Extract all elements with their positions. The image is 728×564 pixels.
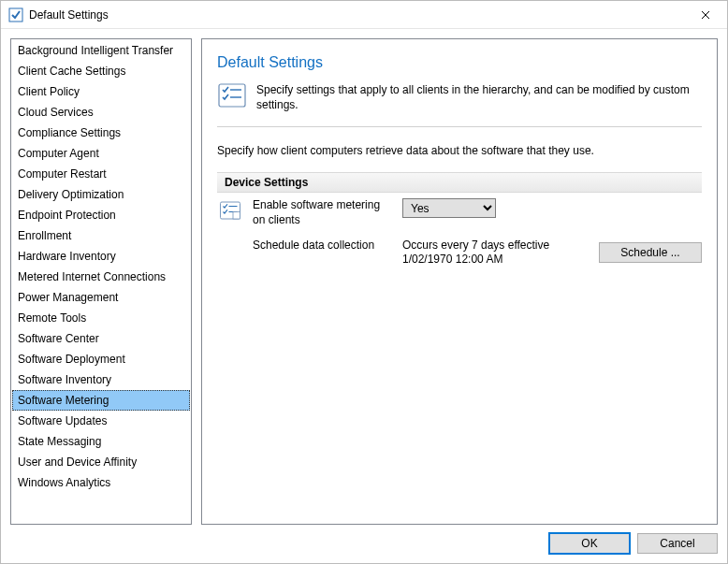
page-title: Default Settings [217,54,702,71]
enable-metering-select[interactable]: YesNo [402,198,496,218]
schedule-value: Occurs every 7 days effective 1/02/1970 … [402,239,586,267]
sidebar-item[interactable]: Compliance Settings [12,123,190,143]
svg-rect-7 [233,212,240,220]
sidebar[interactable]: Background Intelligent TransferClient Ca… [10,38,192,525]
sidebar-item[interactable]: Windows Analytics [12,472,190,493]
close-icon [701,10,710,20]
svg-rect-1 [219,84,245,107]
sidebar-item[interactable]: User and Device Affinity [12,452,190,472]
button-bar: OK Cancel [1,525,727,563]
ok-button[interactable]: OK [549,533,630,554]
sidebar-item[interactable]: Software Center [12,328,190,349]
settings-icon [217,80,247,113]
setting-row-enable-metering: Enable software metering on clients YesN… [217,193,702,233]
sidebar-item[interactable]: Software Metering [12,390,190,411]
sidebar-item[interactable]: State Messaging [12,431,190,452]
section-header: Device Settings [217,172,702,193]
checklist-icon [219,199,241,224]
sidebar-item[interactable]: Endpoint Protection [12,205,190,225]
header-row: Specify settings that apply to all clien… [217,80,702,113]
app-icon [8,7,23,22]
window-title: Default Settings [29,8,684,22]
main-panel: Default Settings Specify settings that a… [201,38,718,525]
sidebar-item[interactable]: Client Policy [12,81,190,102]
sidebar-item[interactable]: Computer Agent [12,143,190,164]
sidebar-item[interactable]: Remote Tools [12,308,190,328]
header-description: Specify settings that apply to all clien… [256,80,702,112]
sidebar-item[interactable]: Metered Internet Connections [12,267,190,287]
sidebar-item[interactable]: Delivery Optimization [12,184,190,205]
section-description: Specify how client computers retrieve da… [217,144,702,157]
body-area: Background Intelligent TransferClient Ca… [1,29,727,525]
sidebar-item[interactable]: Background Intelligent Transfer [12,40,190,61]
sidebar-item[interactable]: Software Deployment [12,349,190,369]
sidebar-item[interactable]: Power Management [12,287,190,308]
settings-grid: Enable software metering on clients YesN… [217,193,702,272]
schedule-label: Schedule data collection [253,239,393,253]
titlebar: Default Settings [1,1,727,29]
dialog-window: Default Settings Background Intelligent … [0,0,728,564]
setting-row-schedule: Schedule data collection Occurs every 7 … [217,233,702,272]
sidebar-item[interactable]: Software Inventory [12,369,190,390]
sidebar-item[interactable]: Cloud Services [12,102,190,123]
sidebar-item[interactable]: Computer Restart [12,164,190,184]
cancel-button[interactable]: Cancel [637,533,718,554]
schedule-button[interactable]: Schedule ... [599,242,702,263]
divider [217,126,702,127]
sidebar-item[interactable]: Enrollment [12,225,190,246]
sidebar-item[interactable]: Hardware Inventory [12,246,190,267]
close-button[interactable] [684,1,727,29]
enable-metering-label: Enable software metering on clients [253,198,393,227]
sidebar-item[interactable]: Software Updates [12,411,190,431]
sidebar-item[interactable]: Client Cache Settings [12,61,190,81]
